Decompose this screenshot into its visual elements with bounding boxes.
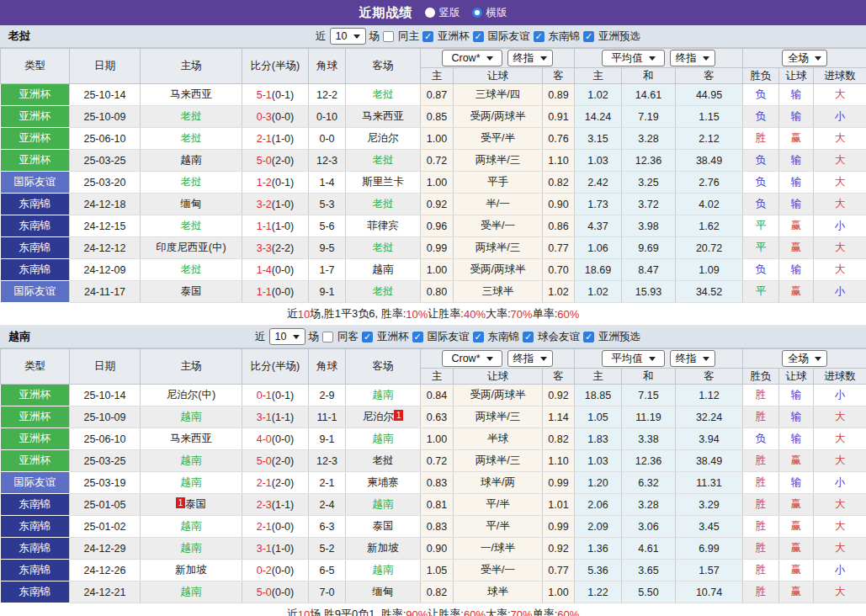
page-title: 近期战绩 [359,5,413,21]
away-team: 马来西亚 [346,106,421,128]
home-team-name: 越南 [181,476,202,488]
avg-home-odds: 1.03 [575,450,622,472]
match-type-badge: 东南锦 [1,194,70,215]
match-row: 国际友谊25-03-19越南2-1(2-0)2-1柬埔寨0.83球半/两0.99… [1,472,866,494]
half-score: (2-2) [272,242,294,254]
match-date: 24-12-15 [70,215,141,237]
competition-checkbox[interactable]: ✓ [523,332,534,343]
competition-checkbox[interactable]: ✓ [422,31,433,42]
avg-home-odds: 2.06 [575,494,622,516]
result-cell: 负 [743,172,779,194]
avg-draw-odds: 3.65 [622,560,676,581]
avg-away-odds: 1.15 [676,106,743,128]
away-team: 老挝 [346,194,421,215]
layout-radio-vertical[interactable]: 竖版 [425,6,460,20]
match-count-select[interactable]: 10 [330,28,366,45]
corner-score: 1-4 [309,172,346,194]
half-score: (1-1) [272,412,294,423]
same-venue-checkbox[interactable] [383,31,394,42]
index-type-select-value: 终指 [676,352,697,366]
average-select[interactable]: 平均值 [602,50,665,66]
handicap-away-odds: 0.82 [543,428,575,450]
half-score: (2-0) [272,155,294,167]
handicap-line: 三球半 [454,281,543,303]
away-team: 新加坡 [346,538,421,560]
corner-score: 0-10 [309,106,346,128]
avg-draw-odds: 3.28 [622,128,676,150]
header-group-selects: 平均值终指 [575,50,742,66]
away-team: 斯里兰卡 [346,172,421,194]
avg-home-odds: 1.22 [575,581,622,603]
half-score: (0-0) [272,565,294,576]
home-team: 缅甸 [141,194,242,215]
column-header: 主场 [141,349,242,385]
header-group-selects: Crow*终指 [421,350,574,367]
handicap-home-odds: 1.00 [421,172,454,194]
result-cell: 胜 [743,472,779,494]
half-score: (2-0) [272,455,294,467]
handicap-home-odds: 0.72 [421,150,454,172]
away-team-name: 老挝 [373,198,394,210]
handicap-line: 受两/两球半 [454,259,543,281]
away-team: 老挝 [346,237,421,259]
avg-home-odds: 1.02 [575,84,622,106]
summary-segment: 70% [511,308,533,321]
corner-score: 2-1 [309,472,346,494]
result-cell: 胜 [743,494,779,516]
fulltime-score: 2-1 [257,133,272,145]
half-score: (1-0) [272,543,294,555]
home-team: 尼泊尔(中) [141,385,242,406]
corner-score: 11-1 [309,406,346,428]
away-team: 菲律宾 [346,215,421,237]
match-date: 24-11-17 [70,281,141,303]
average-select[interactable]: 平均值 [602,350,665,367]
away-team: 越南 [346,494,421,516]
index-type-select[interactable]: 终指 [670,350,715,367]
competition-checkbox[interactable]: ✓ [583,332,594,343]
index-type-select[interactable]: 终指 [507,50,553,66]
bookmaker-select-value: Crow* [451,52,480,64]
summary-segment: 60% [557,308,579,321]
handicap-home-odds: 0.87 [421,84,454,106]
competition-checkbox[interactable]: ✓ [412,332,423,343]
period-select[interactable]: 全场 [782,50,827,66]
avg-away-odds: 34.52 [676,281,743,303]
avg-home-odds: 1.73 [575,194,622,215]
handicap-away-odds: 0.86 [543,215,575,237]
index-type-select[interactable]: 终指 [507,350,553,367]
match-row: 东南锦24-12-12印度尼西亚(中)3-3(2-2)9-5老挝0.99两球半/… [1,237,866,259]
match-type-badge: 国际友谊 [1,472,70,494]
avg-home-odds: 1.05 [575,406,622,428]
competition-label: 东南锦 [488,330,520,344]
bookmaker-select[interactable]: Crow* [442,50,502,66]
competition-checkbox[interactable]: ✓ [473,332,484,343]
same-venue-checkbox[interactable] [322,332,333,343]
layout-radio-horizontal[interactable]: 横版 [472,6,507,20]
competition-checkbox[interactable]: ✓ [534,31,545,42]
competition-checkbox[interactable]: ✓ [362,332,373,343]
period-select[interactable]: 全场 [782,350,827,367]
away-team: 柬埔寨 [346,472,421,494]
avg-away-odds: 44.95 [676,84,743,106]
corner-score: 12-2 [309,84,346,106]
handicap-result-cell: 赢 [779,538,814,560]
away-team-name: 越南 [373,433,394,444]
competition-checkbox[interactable]: ✓ [473,31,484,42]
avg-away-odds: 32.24 [676,406,743,428]
avg-draw-odds: 3.98 [622,215,676,237]
bookmaker-select-value: Crow* [451,353,480,364]
index-type-select[interactable]: 终指 [670,50,715,66]
bookmaker-select[interactable]: Crow* [442,350,502,367]
half-score: (1-1) [272,499,294,511]
corner-score: 12-3 [309,450,346,472]
summary-segment: 10 [298,608,310,616]
column-header: 主场 [141,49,242,84]
handicap-away-odds: 0.90 [543,194,575,215]
match-row: 东南锦24-12-26新加坡0-2(0-0)6-5越南1.05受半/一0.775… [1,560,866,581]
match-type-badge: 国际友谊 [1,172,70,194]
match-count-select[interactable]: 10 [269,328,305,345]
match-row: 亚洲杯25-10-09越南3-1(1-1)11-1尼泊尔10.63两球半/三1.… [1,406,866,428]
away-team-name: 越南 [373,389,394,401]
competition-checkbox[interactable]: ✓ [583,31,594,42]
corner-score: 2-4 [309,494,346,516]
